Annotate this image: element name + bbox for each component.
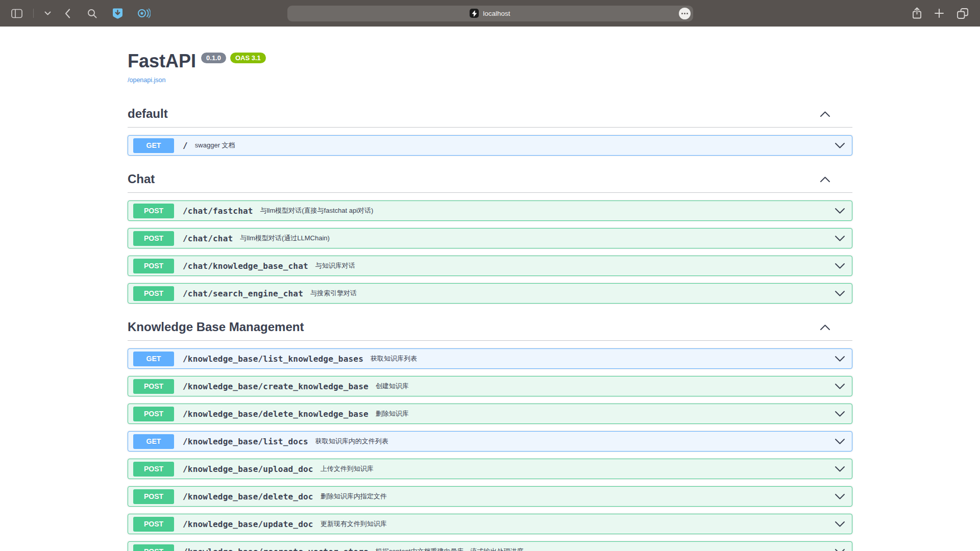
endpoint-row[interactable]: POST /knowledge_base/create_knowledge_ba… [128,376,852,396]
endpoint-path: /chat/fastchat [183,206,253,216]
endpoint-description: 更新现有文件到知识库 [321,519,387,529]
endpoint-row[interactable]: GET /knowledge_base/list_knowledge_bases… [128,348,852,369]
section-header-0[interactable]: default [128,103,852,128]
api-section: Chat POST /chat/fastchat 与llm模型对话(直接与fas… [128,168,852,304]
method-badge: GET [133,138,174,153]
expand-endpoint-chevron-down-icon[interactable] [835,290,845,297]
bookmark-extension-icon[interactable] [112,8,124,19]
page-title: FastAPI [128,51,196,72]
endpoint-description: 与llm模型对话(通过LLMChain) [240,234,330,243]
endpoint-description: 与搜索引擎对话 [310,289,357,298]
section-title: Chat [128,172,155,186]
toolbar-left-group [11,8,266,19]
method-badge: POST [133,231,174,246]
endpoint-path: /knowledge_base/list_docs [183,437,308,446]
endpoint-path: /knowledge_base/update_doc [183,519,313,529]
method-badge: POST [133,489,174,504]
endpoint-row[interactable]: POST /chat/fastchat 与llm模型对话(直接与fastchat… [128,201,852,221]
endpoint-description: 获取知识库内的文件列表 [315,437,388,446]
method-badge: POST [133,286,174,301]
expand-endpoint-chevron-down-icon[interactable] [835,438,845,445]
section-title: Knowledge Base Management [128,320,304,334]
method-badge: POST [133,379,174,394]
endpoint-description: 删除知识库内指定文件 [321,492,387,501]
endpoint-path: /chat/search_engine_chat [183,289,303,298]
endpoint-row[interactable]: POST /knowledge_base/delete_doc 删除知识库内指定… [128,486,852,507]
address-bar-content: localhost [470,9,510,18]
endpoint-path: /knowledge_base/delete_knowledge_base [183,409,369,419]
expand-endpoint-chevron-down-icon[interactable] [835,356,845,362]
endpoint-path: /knowledge_base/list_knowledge_bases [183,354,363,364]
endpoint-row[interactable]: POST /chat/chat 与llm模型对话(通过LLMChain) [128,228,852,248]
endpoint-description: swagger 文档 [195,141,235,150]
expand-endpoint-chevron-down-icon[interactable] [835,208,845,214]
method-badge: POST [133,462,174,477]
page-more-options-button[interactable] [679,8,691,19]
search-icon[interactable] [87,9,97,18]
collapse-section-chevron-up-icon[interactable] [820,176,830,183]
endpoint-row[interactable]: GET /knowledge_base/list_docs 获取知识库内的文件列… [128,431,852,452]
method-badge: POST [133,204,174,218]
endpoint-row[interactable]: POST /chat/search_engine_chat 与搜索引擎对话 [128,283,852,304]
section-header-2[interactable]: Knowledge Base Management [128,316,852,341]
section-title: default [128,107,168,121]
collapse-section-chevron-up-icon[interactable] [820,324,830,331]
endpoint-row[interactable]: POST /knowledge_base/upload_doc 上传文件到知识库 [128,459,852,479]
back-button[interactable] [65,9,70,18]
live-circles-extension-icon[interactable] [137,8,151,19]
endpoint-description: 与llm模型对话(直接与fastchat api对话) [260,206,374,215]
endpoint-description: 获取知识库列表 [371,354,417,363]
endpoint-path: /knowledge_base/delete_doc [183,492,313,502]
site-favicon-lightning [470,9,479,18]
api-info-block: FastAPI 0.1.0 OAS 3.1 /openapi.json [128,51,852,84]
api-section: default GET / swagger 文档 [128,103,852,156]
endpoint-row[interactable]: POST /knowledge_base/update_doc 更新现有文件到知… [128,514,852,534]
method-badge: POST [133,259,174,273]
endpoint-list: GET /knowledge_base/list_knowledge_bases… [128,341,852,551]
endpoint-row[interactable]: POST /knowledge_base/delete_knowledge_ba… [128,404,852,424]
collapse-section-chevron-up-icon[interactable] [820,111,830,117]
tab-overview-button[interactable] [957,8,969,19]
endpoint-description: 上传文件到知识库 [321,464,374,473]
expand-endpoint-chevron-down-icon[interactable] [835,383,845,390]
version-badge: 0.1.0 [201,53,226,63]
endpoint-path: /chat/knowledge_base_chat [183,261,308,271]
expand-endpoint-chevron-down-icon[interactable] [835,466,845,472]
expand-endpoint-chevron-down-icon[interactable] [835,235,845,242]
share-icon[interactable] [912,7,922,19]
address-bar[interactable]: localhost [287,6,693,21]
swagger-ui-page: FastAPI 0.1.0 OAS 3.1 /openapi.json defa… [128,27,852,551]
api-section: Knowledge Base Management GET /knowledge… [128,316,852,551]
toolbar-right-group [714,7,969,19]
method-badge: POST [133,517,174,532]
browser-toolbar: localhost [0,0,980,27]
endpoint-path: /knowledge_base/recreate_vector_store [183,547,369,551]
endpoint-row[interactable]: GET / swagger 文档 [128,135,852,156]
sidebar-chevron-down-icon[interactable] [44,11,51,16]
address-url-text: localhost [483,10,510,17]
method-badge: POST [133,407,174,421]
sidebar-toggle-button[interactable] [11,9,22,18]
endpoint-path: /knowledge_base/create_knowledge_base [183,382,369,391]
endpoint-description: 根据content中文档重建向量库，流式输出处理进度。 [376,547,530,551]
expand-endpoint-chevron-down-icon[interactable] [835,521,845,528]
expand-endpoint-chevron-down-icon[interactable] [835,493,845,500]
expand-endpoint-chevron-down-icon[interactable] [835,411,845,417]
endpoint-path: /chat/chat [183,234,233,243]
expand-endpoint-chevron-down-icon[interactable] [835,263,845,269]
endpoint-description: 删除知识库 [376,409,409,418]
method-badge: GET [133,352,174,366]
endpoint-row[interactable]: POST /chat/knowledge_base_chat 与知识库对话 [128,256,852,276]
openapi-spec-link[interactable]: /openapi.json [128,77,165,84]
expand-endpoint-chevron-down-icon[interactable] [835,142,845,149]
api-sections: default GET / swagger 文档 Chat [128,103,852,551]
endpoint-description: 创建知识库 [376,382,409,391]
endpoint-row[interactable]: POST /knowledge_base/recreate_vector_sto… [128,541,852,551]
endpoint-list: POST /chat/fastchat 与llm模型对话(直接与fastchat… [128,193,852,304]
endpoint-list: GET / swagger 文档 [128,128,852,156]
new-tab-button[interactable] [934,8,944,18]
oas-badge: OAS 3.1 [230,53,266,63]
expand-endpoint-chevron-down-icon[interactable] [835,548,845,551]
section-header-1[interactable]: Chat [128,168,852,193]
toolbar-separator [33,9,34,18]
